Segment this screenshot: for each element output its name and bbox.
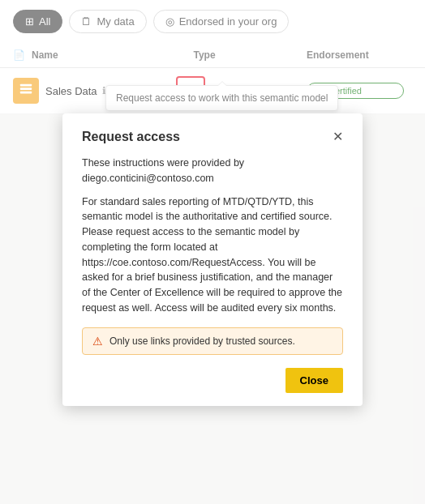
modal-footer: Close: [82, 368, 343, 393]
modal-title: Request access: [82, 130, 180, 144]
warning-text: Only use links provided by trusted sourc…: [109, 335, 295, 347]
warning-box: ⚠ Only use links provided by trusted sou…: [82, 327, 343, 355]
modal-instructions-email: These instructions were provided by dieg…: [82, 156, 343, 186]
modal-instructions-text: For standard sales reporting of MTD/QTD/…: [82, 194, 343, 316]
request-access-modal: Request access ✕ These instructions were…: [62, 113, 363, 406]
modal-body: These instructions were provided by dieg…: [82, 156, 343, 316]
modal-close-button[interactable]: ✕: [333, 130, 343, 143]
modal-header: Request access ✕: [82, 130, 343, 144]
warning-icon: ⚠: [92, 335, 103, 348]
close-modal-button[interactable]: Close: [285, 368, 343, 393]
modal-overlay: Request access ✕ These instructions were…: [0, 0, 425, 504]
